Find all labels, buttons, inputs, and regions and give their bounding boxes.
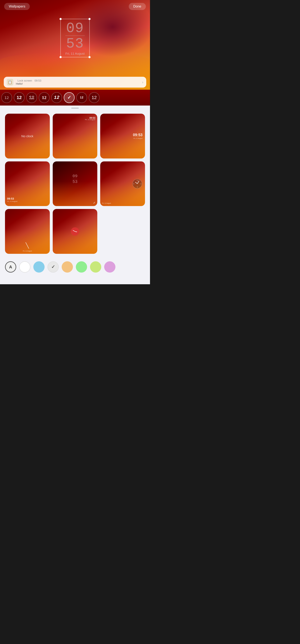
clock-option-bg-4: 09:53 Fri, 11 August [5, 162, 50, 206]
style-chip-serif[interactable]: 12 [39, 92, 49, 103]
clock-option-bg-7: ╲ Fri, 11 August [5, 209, 50, 254]
font-chip-orange[interactable] [62, 261, 73, 272]
clock-option-round-clock[interactable] [53, 209, 97, 254]
clock-option-bottom-left[interactable]: 09:53 Fri, 11 August [5, 162, 50, 206]
font-chip-lime[interactable] [90, 261, 101, 272]
analog-date: Fri, 11 August [102, 202, 111, 204]
notification-bar[interactable]: 📋 Lock screen 09:53 Hello! › [4, 77, 146, 88]
opt-clock-hand-hour [73, 230, 75, 232]
clock-option-bg-5: 09 53 ✓ [53, 162, 97, 206]
clock-minutes: 53 [65, 36, 85, 51]
style-chip-mono[interactable]: 12 [76, 92, 87, 103]
clock-option-big-right[interactable]: 09:53 Fri, 11 August [100, 114, 145, 158]
lockscreen-preview: Wallpapers Done 09 53 Fri, 11 August 📋 L… [0, 0, 150, 90]
opt-num-6: 6 [137, 186, 138, 188]
clock-option-bg-2: 09:53 Fri, 11 August [53, 114, 97, 158]
clock-option-bg-3: 09:53 Fri, 11 August [100, 114, 145, 158]
checkmark-icon: ✓ [93, 201, 96, 204]
style-chip-outline[interactable]: 12 [26, 92, 37, 103]
opt-num-9: 9 [133, 183, 134, 184]
style-chip-cursive[interactable]: 12 [51, 92, 62, 103]
clock-widget: 09 53 Fri, 11 August [60, 19, 90, 57]
clock-option-bg: No clock [5, 114, 50, 158]
clock-option-bg-6: 12 3 6 9 Fri, 11 August [100, 162, 145, 206]
opt-clock-hand-min [75, 231, 77, 232]
font-chip-white[interactable] [19, 261, 30, 272]
clock-hours: 09 [65, 21, 85, 36]
clock-option-analytics[interactable]: ╲ Fri, 11 August [5, 209, 50, 254]
clock-option-bg-8 [53, 209, 97, 254]
style-chip-thin[interactable]: 12 [89, 92, 100, 103]
opt-time-left: 09:53 Fri, 11 August [7, 197, 17, 202]
opt-clock-round [71, 227, 79, 236]
slash-icon: ╲ [26, 242, 29, 249]
wallpapers-button[interactable]: Wallpapers [4, 3, 30, 10]
done-button[interactable]: Done [129, 3, 146, 10]
font-chip-A[interactable]: A [5, 261, 16, 272]
style-picker-row: 12 12 12 12 12 ✓ 12 12 [0, 90, 150, 106]
bottom-sheet: No clock 09:53 Fri, 11 August 09:53 Fri,… [0, 110, 150, 284]
notif-icon: 📋 [7, 79, 13, 86]
font-chip-green[interactable] [76, 261, 87, 272]
opt-time-center: 09 53 [72, 174, 77, 184]
clock-handle-br [88, 56, 90, 58]
opt-time-big-date: Fri, 11 August [133, 138, 142, 139]
clock-option-center-retro[interactable]: 09 53 ✓ [53, 162, 97, 206]
chevron-down-icon: › [142, 80, 143, 84]
drag-handle [0, 106, 150, 110]
font-chip-blue[interactable] [33, 261, 44, 272]
opt-analog-clock: 12 3 6 9 [132, 179, 142, 188]
clock-option-small-top-right[interactable]: 09:53 Fri, 11 August [53, 114, 97, 158]
style-chip-check[interactable]: ✓ [64, 92, 75, 103]
style-chip-bold[interactable]: 12 [14, 92, 24, 103]
opt-num-12: 12 [136, 180, 138, 181]
opt-num-3: 3 [140, 183, 141, 184]
no-clock-label: No clock [21, 134, 33, 138]
opt-time-left-date: Fri, 11 August [7, 200, 17, 202]
drag-handle-bar [71, 108, 79, 109]
clock-date: Fri, 11 August [65, 52, 85, 55]
font-picker-row: A ✓ [0, 258, 150, 276]
style-chip-partial[interactable]: 12 [1, 92, 12, 103]
clock-option-no-clock[interactable]: No clock [5, 114, 50, 158]
notif-content: Lock screen 09:53 Hello! [16, 79, 140, 85]
font-chip-check[interactable]: ✓ [47, 261, 59, 272]
opt-clock-face: 12 3 6 9 [132, 179, 142, 188]
clock-option-analog-right[interactable]: 12 3 6 9 Fri, 11 August [100, 162, 145, 206]
opt-time-big: 09:53 Fri, 11 August [133, 133, 142, 139]
opt-date-sm: Fri, 11 August [85, 119, 95, 120]
font-chip-purple[interactable] [104, 261, 115, 272]
clock-handle-bl [60, 56, 62, 58]
clock-time: 09 53 [65, 21, 85, 51]
ls-topbar: Wallpapers Done [0, 0, 150, 13]
clock-grid: No clock 09:53 Fri, 11 August 09:53 Fri,… [0, 110, 150, 258]
notif-body: Hello! [16, 82, 140, 85]
analytics-date: Fri, 11 August [23, 250, 32, 252]
check-icon: ✓ [51, 264, 55, 270]
notif-title: Lock screen 09:53 [16, 79, 140, 82]
